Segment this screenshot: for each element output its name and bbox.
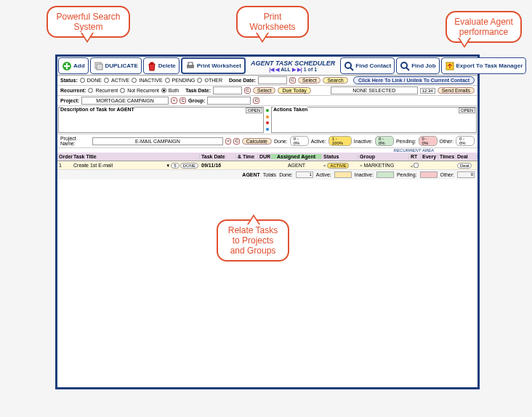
stat-other-value: 0 - 0% <box>456 136 475 146</box>
print-worksheet-button[interactable]: Print Worksheet <box>181 57 246 74</box>
col-status[interactable]: Status <box>322 154 358 159</box>
totals-pending <box>420 171 438 178</box>
clear-project-2[interactable]: C <box>180 97 186 104</box>
status-active-radio[interactable] <box>104 78 109 83</box>
col-act[interactable]: Deal <box>456 154 477 159</box>
not-recurrent-radio[interactable] <box>120 88 125 93</box>
printer-icon <box>185 61 196 71</box>
open-desc[interactable]: OPEN <box>246 108 262 113</box>
totals-other-label: Other: <box>440 172 454 177</box>
stat-active-label: Active: <box>311 139 326 144</box>
svg-rect-2 <box>97 64 102 70</box>
record-pager[interactable]: |◀ ◀ ALL ▶ ▶| 1 of 1 <box>269 67 317 73</box>
actions-taken-box[interactable]: Actions Taken OPEN <box>271 107 477 133</box>
open-actions[interactable]: OPEN <box>459 108 475 113</box>
clear-project[interactable]: < <box>171 97 177 104</box>
link-notice[interactable]: Click Here To Link / Unlink To Current C… <box>353 76 475 84</box>
clear-proj-name[interactable]: < <box>225 138 231 145</box>
status-dots <box>265 106 270 134</box>
cell-status-chip: DONE <box>180 163 198 169</box>
next-icon[interactable]: ▶ <box>292 67 296 73</box>
cell-group: < MARKETING <box>358 163 409 168</box>
send-emails-button[interactable]: Send Emails <box>438 87 475 94</box>
project-name-input[interactable] <box>92 137 223 145</box>
cell-title: Create 1st E-mail <box>72 163 164 168</box>
clear-task-date[interactable]: C <box>244 87 251 94</box>
cell-order: 1 <box>57 163 72 168</box>
dot-green-icon <box>266 109 269 112</box>
arrow-icon[interactable]: ▼ <box>166 163 170 168</box>
project-filter[interactable] <box>81 97 169 105</box>
dot-blue-icon <box>266 128 269 131</box>
totals-row: AGENT Totals Done:1 Active: Inactive: Pe… <box>57 170 477 179</box>
proj-c[interactable]: C <box>233 138 239 145</box>
done-date-label: Done Date: <box>229 78 256 83</box>
dot-orange-icon <box>266 116 269 118</box>
pager-all[interactable]: ALL <box>281 67 291 72</box>
col-order[interactable]: Order <box>57 154 72 159</box>
col-agent[interactable]: Assigned Agent <box>271 154 322 159</box>
col-rt[interactable]: RT <box>409 154 421 159</box>
calculate-button[interactable]: Calculate <box>242 138 272 145</box>
group-label: Group: <box>188 98 205 103</box>
status-inactive-radio[interactable] <box>132 78 137 83</box>
task-description-box[interactable]: Description of Task for AGENT OPEN <box>58 107 264 133</box>
totals-inactive <box>376 171 394 178</box>
due-today-button[interactable]: Due Today <box>278 87 310 94</box>
group-filter[interactable] <box>207 97 251 105</box>
both-radio[interactable] <box>161 88 166 93</box>
task-table-header: Order Task Title Task Date & Time DUR As… <box>57 153 477 161</box>
filter-row-2: Recurrent: Recurrent Not Recurrent Both … <box>57 86 477 96</box>
first-icon[interactable]: |◀ <box>269 67 274 73</box>
stat-pending-label: Pending: <box>396 139 416 144</box>
delete-button[interactable]: Delete <box>143 57 180 74</box>
select-task-date[interactable]: Select <box>253 87 275 94</box>
magnifier-icon <box>344 61 354 71</box>
cell-deal[interactable]: Deal <box>456 163 477 168</box>
svg-rect-4 <box>188 62 193 65</box>
task-date-label: Task Date: <box>185 88 211 93</box>
col-dur[interactable]: DUR <box>258 154 271 159</box>
contact-field[interactable] <box>331 86 418 94</box>
status-done-radio[interactable] <box>80 78 85 83</box>
clear-done-date[interactable]: C <box>289 77 296 84</box>
col-time[interactable]: & Time <box>236 154 258 159</box>
trash-icon <box>147 61 157 71</box>
app-title-block: AGENT TASK SCHEDULER |◀ ◀ ALL ▶ ▶| 1 of … <box>246 57 339 75</box>
col-date[interactable]: Task Date <box>200 154 236 159</box>
task-date-input[interactable] <box>213 86 242 94</box>
table-row[interactable]: 1 Create 1st E-mail ▼ 5 DONE 09/11/16 AG… <box>57 161 477 170</box>
select-done-date[interactable]: Select <box>298 77 321 84</box>
done-date-input[interactable] <box>258 76 287 84</box>
search-button[interactable]: Search <box>323 77 347 84</box>
clear-group[interactable]: C <box>253 97 259 104</box>
totals-agent: AGENT <box>242 172 260 177</box>
recurrent-radio[interactable] <box>88 88 93 93</box>
dot-red-icon <box>266 121 269 124</box>
stat-done-value: 0 - 0% <box>290 136 309 146</box>
status-other-radio[interactable] <box>197 78 202 83</box>
duplicate-button[interactable]: DUPLICATE <box>90 57 142 74</box>
status-pending-radio[interactable] <box>165 78 170 83</box>
col-every[interactable]: Every <box>421 154 438 159</box>
col-times[interactable]: Times <box>438 154 456 159</box>
pager-count: 1 of 1 <box>304 67 317 72</box>
col-title[interactable]: Task Title <box>72 154 200 159</box>
totals-done: 1 <box>296 171 313 178</box>
export-button[interactable]: Export To Task Manager <box>441 57 527 74</box>
totals-other: 0 <box>457 171 475 178</box>
stat-inactive-label: Inactive: <box>354 139 373 144</box>
filter-row-3: Project: < C Group: C <box>57 96 477 106</box>
project-name-label: Project Name: <box>60 136 90 146</box>
add-button[interactable]: Add <box>58 57 89 74</box>
stat-inactive-value: 0 - 0% <box>375 136 394 146</box>
desc-label: Description of Task for AGENT <box>60 107 134 112</box>
find-contact-button[interactable]: Find Contact <box>340 57 395 74</box>
prev-icon[interactable]: ◀ <box>275 67 279 73</box>
col-group[interactable]: Group <box>358 154 409 159</box>
app-title: AGENT TASK SCHEDULER <box>251 60 335 67</box>
find-job-button[interactable]: Find Job <box>396 57 439 74</box>
callout-relate: Relate Tasks to Projects and Groups <box>217 219 289 262</box>
last-icon[interactable]: ▶| <box>297 67 302 73</box>
cell-rt[interactable]: < <box>409 163 421 169</box>
